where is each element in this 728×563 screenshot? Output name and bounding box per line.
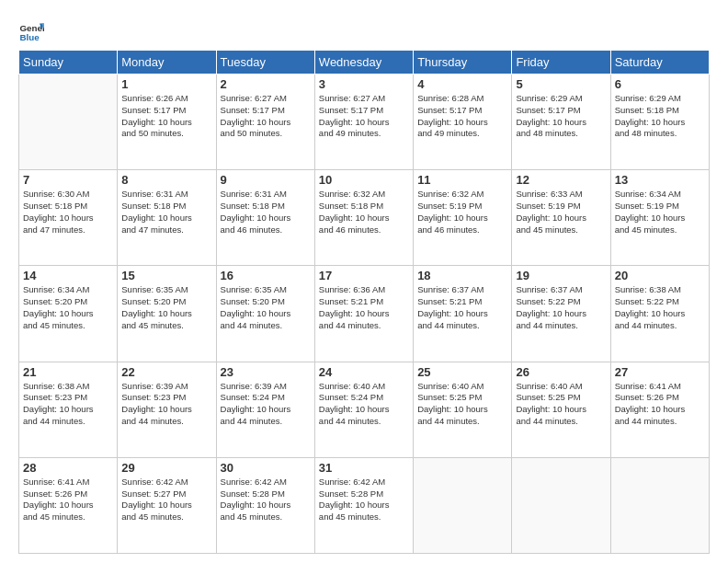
day-number: 13 (615, 173, 705, 187)
day-number: 19 (516, 269, 606, 282)
calendar-week-1: 1Sunrise: 6:26 AMSunset: 5:17 PMDaylight… (19, 75, 710, 170)
day-number: 10 (319, 173, 409, 187)
day-number: 31 (319, 461, 409, 475)
day-number: 20 (615, 269, 705, 282)
calendar-cell: 27Sunrise: 6:41 AMSunset: 5:26 PMDayligh… (610, 362, 709, 457)
day-header-monday: Monday (118, 51, 216, 75)
day-info: Sunrise: 6:37 AMSunset: 5:22 PMDaylight:… (516, 284, 606, 331)
calendar-week-3: 14Sunrise: 6:34 AMSunset: 5:20 PMDayligh… (19, 266, 710, 362)
calendar-cell: 18Sunrise: 6:37 AMSunset: 5:21 PMDayligh… (414, 266, 512, 362)
calendar-cell: 6Sunrise: 6:29 AMSunset: 5:18 PMDaylight… (610, 75, 709, 170)
day-number: 14 (23, 269, 113, 282)
day-number: 26 (516, 365, 606, 379)
day-number: 21 (23, 365, 113, 379)
day-number: 24 (319, 365, 409, 379)
calendar-cell: 22Sunrise: 6:39 AMSunset: 5:23 PMDayligh… (118, 362, 216, 457)
day-info: Sunrise: 6:35 AMSunset: 5:20 PMDaylight:… (121, 284, 211, 331)
day-info: Sunrise: 6:32 AMSunset: 5:19 PMDaylight:… (417, 189, 507, 236)
day-info: Sunrise: 6:26 AMSunset: 5:17 PMDaylight:… (121, 93, 211, 140)
day-info: Sunrise: 6:38 AMSunset: 5:23 PMDaylight:… (23, 381, 113, 428)
day-number: 1 (121, 77, 211, 91)
day-info: Sunrise: 6:40 AMSunset: 5:25 PMDaylight:… (417, 381, 507, 428)
calendar-cell: 7Sunrise: 6:30 AMSunset: 5:18 PMDaylight… (19, 170, 118, 266)
calendar-body: 1Sunrise: 6:26 AMSunset: 5:17 PMDaylight… (19, 75, 710, 554)
day-number: 7 (23, 173, 113, 187)
calendar-cell: 24Sunrise: 6:40 AMSunset: 5:24 PMDayligh… (314, 362, 413, 457)
day-info: Sunrise: 6:39 AMSunset: 5:24 PMDaylight:… (221, 381, 311, 428)
calendar-cell (512, 457, 610, 553)
calendar-table: SundayMondayTuesdayWednesdayThursdayFrid… (18, 50, 710, 554)
calendar-cell: 21Sunrise: 6:38 AMSunset: 5:23 PMDayligh… (19, 362, 118, 457)
calendar-cell: 26Sunrise: 6:40 AMSunset: 5:25 PMDayligh… (512, 362, 610, 457)
day-number: 11 (417, 173, 507, 187)
day-info: Sunrise: 6:40 AMSunset: 5:24 PMDaylight:… (319, 381, 409, 428)
day-number: 15 (121, 269, 211, 282)
calendar-cell: 2Sunrise: 6:27 AMSunset: 5:17 PMDaylight… (216, 75, 314, 170)
calendar-week-4: 21Sunrise: 6:38 AMSunset: 5:23 PMDayligh… (19, 362, 710, 457)
day-info: Sunrise: 6:33 AMSunset: 5:19 PMDaylight:… (516, 189, 606, 236)
logo-icon: General Blue (18, 18, 44, 44)
calendar-week-2: 7Sunrise: 6:30 AMSunset: 5:18 PMDaylight… (19, 170, 710, 266)
calendar-cell: 4Sunrise: 6:28 AMSunset: 5:17 PMDaylight… (414, 75, 512, 170)
day-info: Sunrise: 6:31 AMSunset: 5:18 PMDaylight:… (221, 189, 311, 236)
day-number: 29 (121, 461, 211, 475)
day-number: 5 (516, 77, 606, 91)
day-number: 16 (221, 269, 311, 282)
day-number: 12 (516, 173, 606, 187)
calendar-cell: 1Sunrise: 6:26 AMSunset: 5:17 PMDaylight… (118, 75, 216, 170)
day-info: Sunrise: 6:29 AMSunset: 5:18 PMDaylight:… (615, 93, 705, 140)
day-info: Sunrise: 6:42 AMSunset: 5:28 PMDaylight:… (319, 477, 409, 523)
calendar-week-5: 28Sunrise: 6:41 AMSunset: 5:26 PMDayligh… (19, 457, 710, 553)
calendar-cell: 30Sunrise: 6:42 AMSunset: 5:28 PMDayligh… (216, 457, 314, 553)
day-info: Sunrise: 6:42 AMSunset: 5:28 PMDaylight:… (221, 477, 311, 523)
svg-text:Blue: Blue (19, 32, 40, 42)
day-number: 6 (615, 77, 705, 91)
calendar-cell (414, 457, 512, 553)
calendar-cell (610, 457, 709, 553)
calendar-cell: 17Sunrise: 6:36 AMSunset: 5:21 PMDayligh… (314, 266, 413, 362)
day-info: Sunrise: 6:27 AMSunset: 5:17 PMDaylight:… (221, 93, 311, 140)
day-number: 28 (23, 461, 113, 475)
day-info: Sunrise: 6:29 AMSunset: 5:17 PMDaylight:… (516, 93, 606, 140)
day-number: 3 (319, 77, 409, 91)
day-info: Sunrise: 6:30 AMSunset: 5:18 PMDaylight:… (23, 189, 113, 236)
calendar-cell: 11Sunrise: 6:32 AMSunset: 5:19 PMDayligh… (414, 170, 512, 266)
day-info: Sunrise: 6:34 AMSunset: 5:19 PMDaylight:… (615, 189, 705, 236)
day-number: 22 (121, 365, 211, 379)
page: General Blue SundayMondayTuesdayWednesda… (0, 0, 728, 563)
calendar-cell: 19Sunrise: 6:37 AMSunset: 5:22 PMDayligh… (512, 266, 610, 362)
calendar-cell (19, 75, 118, 170)
day-header-sunday: Sunday (19, 51, 118, 75)
day-info: Sunrise: 6:41 AMSunset: 5:26 PMDaylight:… (615, 381, 705, 428)
day-number: 2 (221, 77, 311, 91)
day-info: Sunrise: 6:36 AMSunset: 5:21 PMDaylight:… (319, 284, 409, 331)
day-number: 27 (615, 365, 705, 379)
logo: General Blue (18, 18, 48, 44)
day-header-friday: Friday (512, 51, 610, 75)
day-info: Sunrise: 6:38 AMSunset: 5:22 PMDaylight:… (615, 284, 705, 331)
calendar-cell: 10Sunrise: 6:32 AMSunset: 5:18 PMDayligh… (314, 170, 413, 266)
day-header-thursday: Thursday (414, 51, 512, 75)
day-header-tuesday: Tuesday (216, 51, 314, 75)
day-header-wednesday: Wednesday (314, 51, 413, 75)
calendar-cell: 14Sunrise: 6:34 AMSunset: 5:20 PMDayligh… (19, 266, 118, 362)
day-info: Sunrise: 6:28 AMSunset: 5:17 PMDaylight:… (417, 93, 507, 140)
calendar-cell: 12Sunrise: 6:33 AMSunset: 5:19 PMDayligh… (512, 170, 610, 266)
day-info: Sunrise: 6:40 AMSunset: 5:25 PMDaylight:… (516, 381, 606, 428)
day-info: Sunrise: 6:31 AMSunset: 5:18 PMDaylight:… (121, 189, 211, 236)
calendar-cell: 9Sunrise: 6:31 AMSunset: 5:18 PMDaylight… (216, 170, 314, 266)
calendar-cell: 25Sunrise: 6:40 AMSunset: 5:25 PMDayligh… (414, 362, 512, 457)
day-number: 4 (417, 77, 507, 91)
day-info: Sunrise: 6:27 AMSunset: 5:17 PMDaylight:… (319, 93, 409, 140)
calendar-cell: 8Sunrise: 6:31 AMSunset: 5:18 PMDaylight… (118, 170, 216, 266)
day-number: 9 (221, 173, 311, 187)
header: General Blue (18, 15, 710, 44)
day-info: Sunrise: 6:37 AMSunset: 5:21 PMDaylight:… (417, 284, 507, 331)
calendar-cell: 20Sunrise: 6:38 AMSunset: 5:22 PMDayligh… (610, 266, 709, 362)
calendar-cell: 5Sunrise: 6:29 AMSunset: 5:17 PMDaylight… (512, 75, 610, 170)
day-number: 23 (221, 365, 311, 379)
calendar-cell: 28Sunrise: 6:41 AMSunset: 5:26 PMDayligh… (19, 457, 118, 553)
calendar-cell: 16Sunrise: 6:35 AMSunset: 5:20 PMDayligh… (216, 266, 314, 362)
calendar-cell: 15Sunrise: 6:35 AMSunset: 5:20 PMDayligh… (118, 266, 216, 362)
calendar-cell: 13Sunrise: 6:34 AMSunset: 5:19 PMDayligh… (610, 170, 709, 266)
